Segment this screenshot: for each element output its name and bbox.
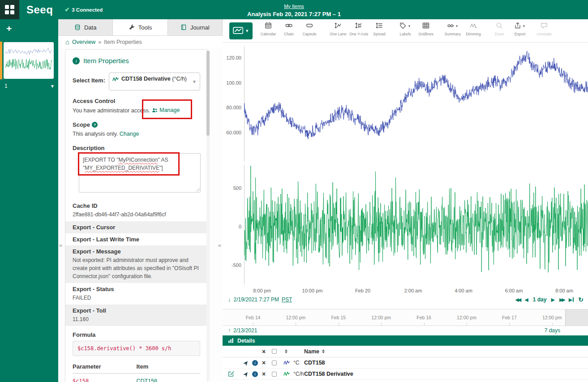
timezone-link[interactable]: PST <box>282 296 292 303</box>
timeline-tick-label: Feb 17 <box>502 315 517 320</box>
view-mode-dropdown[interactable]: ▼ <box>229 22 253 39</box>
timeline-selected-range[interactable] <box>565 309 588 326</box>
chevron-down-icon[interactable]: ▼ <box>50 84 55 89</box>
toolbar-chain-button[interactable]: Chain <box>279 22 299 36</box>
scope-change-link[interactable]: Change <box>120 131 139 137</box>
add-worksheet-button[interactable]: + <box>6 23 15 34</box>
signal-icon <box>112 76 119 83</box>
misspelled-word: MyPIConnection <box>118 157 158 163</box>
collapse-rail-handle[interactable]: « <box>59 242 62 249</box>
item-name[interactable]: CDT158 <box>304 357 325 368</box>
home-icon[interactable]: ⌂ <box>65 38 69 46</box>
chain-icon <box>285 22 292 30</box>
timeline-tick-mark <box>381 323 382 326</box>
toolbar-labels-button[interactable]: ▼Labels <box>395 22 416 36</box>
transport-controls: ◀◀ ◀ 1 day ▶ ▶▶ ▶ ↻ <box>515 296 584 303</box>
toolbar-spread-button[interactable]: Spread <box>369 22 390 36</box>
worksheet-thumbnail-chart <box>5 70 52 77</box>
remove-all-icon[interactable]: × <box>262 346 266 357</box>
spread-icon <box>376 22 383 30</box>
my-items-link[interactable]: My Items <box>284 4 304 9</box>
dimming-icon <box>470 22 477 30</box>
timeline-tick-mark <box>509 323 510 326</box>
y-axis-tick: 0 <box>223 223 241 230</box>
analysis-title: Analysis Feb 20, 2021 7:27 PM – 1 <box>0 11 588 17</box>
item-unit: °C <box>293 357 299 368</box>
step-forward-icon[interactable]: ▶ <box>551 297 554 303</box>
toolbar-dimming-button[interactable]: Dimming <box>463 22 484 36</box>
parameter-item-link[interactable]: CDT158 <box>137 378 201 382</box>
remove-icon[interactable]: × <box>262 357 266 368</box>
row-checkbox[interactable] <box>272 369 277 379</box>
wrench-icon <box>129 24 135 31</box>
tools-panel: Data Tools Journal ⌂ Overview » Item Pro… <box>58 19 223 382</box>
question-icon[interactable]: ? <box>92 122 98 128</box>
tab-journal[interactable]: Journal <box>168 19 223 35</box>
auto-update-icon[interactable]: ↻ <box>578 296 584 303</box>
cursor-arrow-icon[interactable] <box>243 369 249 379</box>
cursor-arrow-icon[interactable] <box>243 357 249 368</box>
chart-area[interactable]: 120.00100.0080.00060.0005000-500 <box>223 43 588 287</box>
timeline-tick-mark <box>467 323 467 326</box>
timeline-tick-mark <box>339 323 339 326</box>
description-textarea[interactable]: [EXPORT TO "MyPIConnection" AS "MY_EXPOR… <box>79 153 201 193</box>
signal-icon <box>283 369 290 379</box>
property-export-message: Export - MessageNot exported: PI adminis… <box>65 245 207 283</box>
signal-icon <box>283 357 290 368</box>
investigate-duration[interactable]: 7 days <box>545 327 560 334</box>
trend-view: ▼ CalendarChainCapsuleOne LaneOne Y-Axis… <box>223 19 588 382</box>
info-icon[interactable]: i <box>252 369 258 379</box>
toolbar-one-y-axis-button[interactable]: One Y-Axis <box>348 22 369 36</box>
select-all-checkbox[interactable] <box>272 346 277 357</box>
worksheet-thumbnail[interactable] <box>4 42 54 79</box>
tab-tools[interactable]: Tools <box>113 19 167 35</box>
lane-cdt158-derivative <box>244 165 588 284</box>
tab-data[interactable]: Data <box>58 19 113 35</box>
trend-icon <box>233 26 243 36</box>
range-duration[interactable]: 1 day <box>533 296 547 303</box>
toolbar-gridlines-button[interactable]: Gridlines <box>416 22 436 36</box>
toolbar-one-lane-button[interactable]: One Lane <box>328 22 348 36</box>
breadcrumb-overview[interactable]: Overview <box>72 39 95 45</box>
details-row-cdt158: i×°CCDT158 <box>223 357 588 369</box>
item-select[interactable]: CDT158 Derivative (°C/h) ▼ <box>109 73 200 90</box>
manage-access-link[interactable]: Manage <box>159 106 180 115</box>
y-axis-tick: 100.00 <box>223 80 241 86</box>
property-cache-id: Cache ID2ffae881-db46-44f7-ab2d-04a64af9… <box>65 200 207 221</box>
x-axis-tick: Feb 20 <box>355 288 370 293</box>
x-axis-tick: 6:00 am <box>505 288 523 293</box>
worksheet-row[interactable]: 1 ▼ <box>4 83 55 89</box>
textarea-resize-handle[interactable] <box>195 187 200 192</box>
step-forward-full-icon[interactable]: ▶▶ <box>559 297 564 303</box>
toolbar-zoom-button: Zoom <box>489 22 510 36</box>
investigate-timeline[interactable]: Feb 1412:00 pmFeb 1512:00 pmFeb 1612:00 … <box>223 309 588 326</box>
info-icon[interactable]: i <box>252 357 258 368</box>
timeline-tick-mark <box>253 323 253 326</box>
details-panel-header[interactable]: Details <box>223 335 588 346</box>
panel-scrollbar[interactable] <box>206 51 210 381</box>
step-back-icon[interactable]: ◀ <box>524 297 528 303</box>
toolbar-calendar-button[interactable]: Calendar <box>258 22 279 36</box>
item-name[interactable]: CDT158 Derivative <box>304 369 353 379</box>
toolbar-export-button[interactable]: ▼Export <box>510 22 530 36</box>
topbar: Seeq ✔ 3 Connected My Items Analysis Feb… <box>0 0 588 19</box>
sort-icon[interactable] <box>285 346 288 357</box>
row-checkbox[interactable] <box>272 357 277 368</box>
toolbar-summary-button[interactable]: ▼Summary <box>442 22 463 36</box>
scope-label: Scope <box>73 121 90 128</box>
remove-icon[interactable]: × <box>262 369 266 379</box>
one-lane-icon <box>335 22 342 30</box>
name-column-header[interactable]: Name <box>304 346 325 357</box>
timeline-tick-label: Feb 14 <box>246 315 261 320</box>
toolbar-capsule-button[interactable]: Capsule <box>299 22 320 36</box>
step-back-full-icon[interactable]: ◀◀ <box>515 297 520 303</box>
step-to-now-icon[interactable]: ▶ <box>569 297 574 303</box>
scrollbar-thumb[interactable] <box>206 51 210 136</box>
caret-down-icon: ▼ <box>522 24 526 28</box>
collapse-panel-handle[interactable]: « <box>218 242 221 249</box>
transport-bar: ↓ 2/19/2021 7:27 PM PST ◀◀ ◀ 1 day ▶ ▶▶ … <box>223 296 588 306</box>
edit-formula-icon[interactable] <box>228 369 234 379</box>
journal-icon <box>180 24 187 31</box>
investigate-start[interactable]: ↑ 2/13/2021 <box>228 327 257 334</box>
display-range-start[interactable]: ↓ 2/19/2021 7:27 PM PST <box>228 296 292 303</box>
